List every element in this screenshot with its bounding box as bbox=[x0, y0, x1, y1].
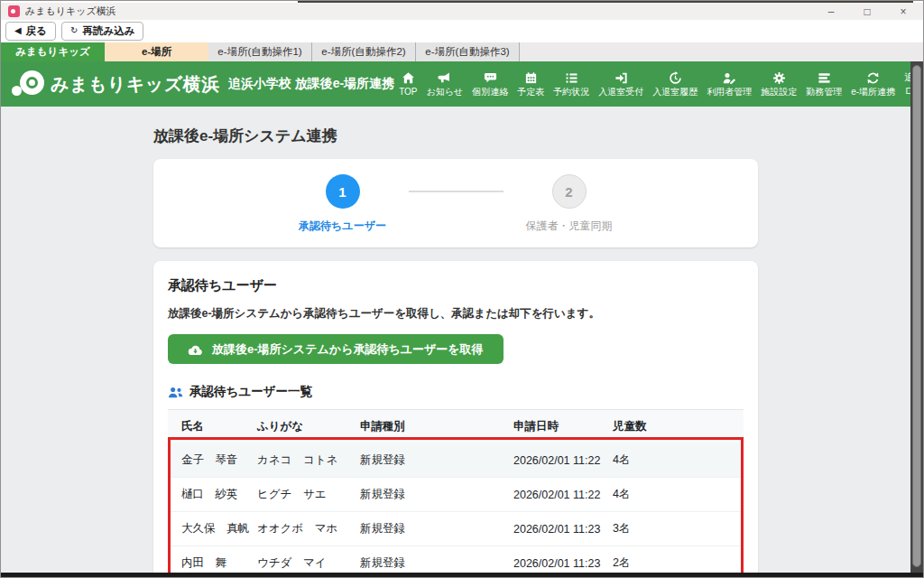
panel-description: 放課後e-場所システムから承認待ちユーザーを取得し、承認または却下を行います。 bbox=[168, 306, 744, 322]
tab-mimamori-kids[interactable]: みまもりキッズ bbox=[1, 42, 105, 61]
column-name: 氏名 bbox=[168, 410, 257, 444]
tab-e-basho-auto2[interactable]: e-場所(自動操作2) bbox=[312, 42, 416, 61]
reload-icon: ↻ bbox=[70, 24, 78, 37]
cell-request-datetime: 2026/02/01 11:23 bbox=[513, 546, 613, 573]
cell-request-datetime: 2026/02/01 11:22 bbox=[513, 443, 613, 478]
table-row[interactable]: 樋口 紗英 ヒグチ サエ 新規登録 2026/02/01 11:22 4名 bbox=[168, 478, 744, 512]
nav-item-top[interactable]: TOP bbox=[394, 71, 421, 97]
app-icon bbox=[8, 5, 20, 17]
cell-name: 樋口 紗英 bbox=[168, 478, 257, 512]
cell-kana: ウチダ マイ bbox=[257, 546, 360, 573]
fetch-pending-users-button[interactable]: 放課後e-場所システムから承認待ちユーザーを取得 bbox=[168, 334, 504, 364]
step-2-circle: 2 bbox=[552, 174, 587, 209]
school-subtitle: 追浜小学校 放課後e-場所連携 bbox=[228, 76, 394, 92]
cell-request-type: 新規登録 bbox=[360, 546, 513, 573]
cloud-download-icon bbox=[188, 343, 203, 356]
window-title: みまもりキッズ横浜 bbox=[25, 5, 116, 18]
cell-child-count: 4名 bbox=[613, 443, 744, 478]
list-heading-label: 承認待ちユーザー一覧 bbox=[189, 384, 312, 400]
home-icon bbox=[402, 71, 415, 85]
step-1-circle: 1 bbox=[326, 174, 360, 209]
close-button[interactable]: × bbox=[896, 5, 910, 19]
cell-request-datetime: 2026/02/01 11:22 bbox=[513, 478, 613, 512]
pending-users-table: 氏名 ふりがな 申請種別 申請日時 児童数 金子 琴音 カネコ コトネ 新規登録… bbox=[168, 409, 744, 573]
column-request-datetime: 申請日時 bbox=[513, 410, 613, 444]
nav-item-messages[interactable]: 個別連絡 bbox=[467, 71, 513, 97]
page-content: 放課後e-場所システム連携 1 承認待ちユーザー 2 保護者・児童同期 承認待ち… bbox=[1, 107, 910, 573]
cell-name: 内田 舞 bbox=[168, 546, 257, 573]
stepper-card: 1 承認待ちユーザー 2 保護者・児童同期 bbox=[153, 159, 758, 247]
pending-users-panel: 承認待ちユーザー 放課後e-場所システムから承認待ちユーザーを取得し、承認または… bbox=[153, 261, 758, 573]
header-nav: TOP お知らせ 個別連絡 予定表 予約状況 入退室受付 bbox=[394, 71, 900, 97]
tasks-icon bbox=[818, 71, 831, 85]
cell-kana: オオクボ マホ bbox=[257, 512, 360, 546]
cell-request-type: 新規登録 bbox=[360, 443, 513, 478]
brand-logo-icon bbox=[12, 70, 44, 98]
cell-kana: カネコ コトネ bbox=[257, 443, 360, 478]
tab-e-basho-auto1[interactable]: e-場所(自動操作1) bbox=[208, 42, 312, 61]
tab-e-basho-auto3[interactable]: e-場所(自動操作3) bbox=[416, 42, 520, 61]
step-2-label: 保護者・児童同期 bbox=[526, 219, 613, 234]
megaphone-icon bbox=[438, 71, 451, 85]
cell-request-type: 新規登録 bbox=[360, 512, 513, 546]
nav-item-reservations[interactable]: 予約状況 bbox=[549, 71, 594, 97]
gear-icon bbox=[772, 71, 786, 85]
browser-toolbar: ◀ 戻る ↻ 再読み込み bbox=[1, 20, 923, 42]
pending-users-list-heading: 承認待ちユーザー一覧 bbox=[168, 384, 744, 400]
back-icon: ◀ bbox=[14, 24, 22, 37]
cell-child-count: 4名 bbox=[613, 478, 744, 512]
table-row[interactable]: 内田 舞 ウチダ マイ 新規登録 2026/02/01 11:23 2名 bbox=[168, 546, 744, 573]
nav-item-checkin[interactable]: 入退室受付 bbox=[594, 71, 648, 97]
cell-name: 大久保 真帆 bbox=[168, 512, 257, 546]
tab-bar: みまもりキッズ e-場所 e-場所(自動操作1) e-場所(自動操作2) e-場… bbox=[1, 42, 923, 61]
window-titlebar: みまもりキッズ横浜 – □ × bbox=[1, 3, 923, 20]
history-icon bbox=[669, 71, 682, 85]
user-edit-icon bbox=[723, 71, 736, 85]
chat-icon bbox=[484, 71, 497, 85]
sync-icon bbox=[866, 71, 880, 85]
minimize-button[interactable]: – bbox=[824, 5, 838, 19]
panel-heading: 承認待ちユーザー bbox=[168, 277, 744, 294]
scrollbar-thumb[interactable] bbox=[912, 65, 921, 567]
reload-button[interactable]: ↻ 再読み込み bbox=[61, 22, 143, 41]
cell-child-count: 3名 bbox=[613, 512, 744, 546]
background-window-strip bbox=[0, 573, 924, 578]
webview: みまもりキッズ横浜 追浜小学校 放課後e-場所連携 TOP お知らせ 個別連絡 … bbox=[1, 61, 923, 573]
tab-e-basho[interactable]: e-場所 bbox=[105, 42, 208, 61]
fetch-button-label: 放課後e-場所システムから承認待ちユーザーを取得 bbox=[212, 341, 484, 358]
step-1-label: 承認待ちユーザー bbox=[299, 219, 386, 234]
page-scrollbar bbox=[910, 61, 923, 573]
app-header: みまもりキッズ横浜 追浜小学校 放課後e-場所連携 TOP お知らせ 個別連絡 … bbox=[1, 61, 910, 107]
nav-item-users[interactable]: 利用者管理 bbox=[702, 71, 756, 97]
table-row[interactable]: 大久保 真帆 オオクボ マホ 新規登録 2026/02/01 11:23 3名 bbox=[168, 512, 744, 546]
cell-child-count: 2名 bbox=[613, 546, 744, 573]
cell-name: 金子 琴音 bbox=[168, 443, 257, 478]
step-1: 1 承認待ちユーザー bbox=[293, 174, 393, 234]
column-child-count: 児童数 bbox=[613, 410, 744, 444]
users-icon bbox=[168, 387, 183, 398]
table-row[interactable]: 金子 琴音 カネコ コトネ 新規登録 2026/02/01 11:22 4名 bbox=[168, 443, 744, 478]
column-kana: ふりがな bbox=[257, 410, 360, 444]
nav-item-news[interactable]: お知らせ bbox=[422, 71, 468, 97]
nav-item-settings[interactable]: 施設設定 bbox=[756, 71, 801, 97]
nav-item-shifts[interactable]: 勤務管理 bbox=[801, 71, 846, 97]
nav-item-history[interactable]: 入退室履歴 bbox=[648, 71, 702, 97]
back-label: 戻る bbox=[26, 24, 47, 37]
table-header-row: 氏名 ふりがな 申請種別 申請日時 児童数 bbox=[168, 410, 744, 444]
step-2: 2 保護者・児童同期 bbox=[520, 174, 619, 234]
pending-users-table-body: 金子 琴音 カネコ コトネ 新規登録 2026/02/01 11:22 4名 樋… bbox=[168, 443, 744, 573]
cell-request-type: 新規登録 bbox=[360, 478, 513, 512]
list-icon bbox=[565, 71, 578, 85]
cell-request-datetime: 2026/02/01 11:23 bbox=[513, 512, 613, 546]
maximize-button[interactable]: □ bbox=[860, 5, 874, 19]
cell-kana: ヒグチ サエ bbox=[257, 478, 360, 512]
brand-name: みまもりキッズ横浜 bbox=[51, 72, 220, 97]
nav-item-ebasho-sync[interactable]: e-場所連携 bbox=[846, 71, 900, 97]
column-request-type: 申請種別 bbox=[360, 410, 513, 444]
back-button[interactable]: ◀ 戻る bbox=[5, 22, 56, 41]
nav-item-schedule[interactable]: 予定表 bbox=[513, 71, 549, 97]
calendar-icon bbox=[524, 71, 538, 85]
sign-in-icon bbox=[614, 71, 628, 85]
background-window-edge bbox=[298, 0, 913, 3]
window-controls: – □ × bbox=[824, 5, 916, 19]
